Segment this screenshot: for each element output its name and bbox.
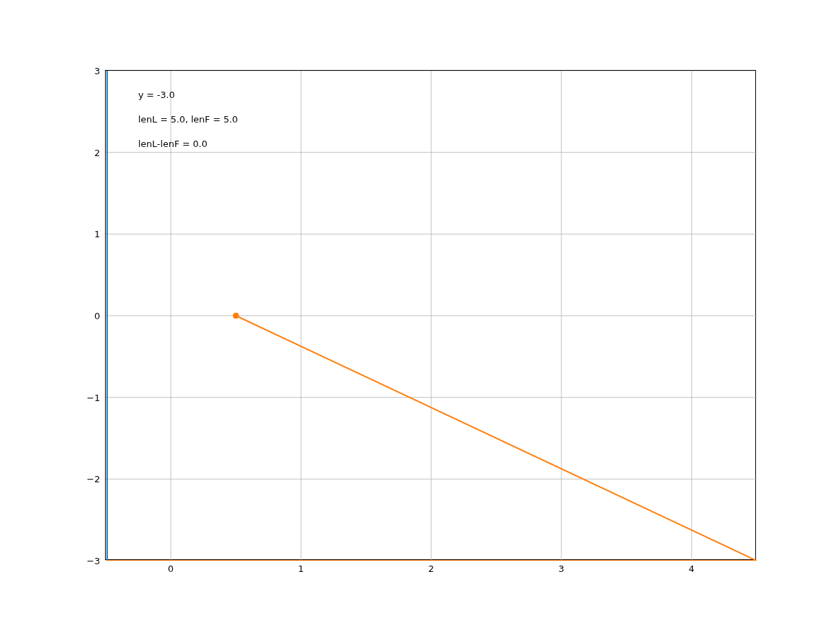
ytick-3: 3	[94, 66, 100, 76]
ytick-2: 2	[94, 147, 100, 158]
figure: 0 1 2 3 4 −3 −2 −1 0 1 2 3 y = -3.0 lenL…	[0, 0, 840, 630]
ytick-m2: −2	[87, 474, 100, 484]
series-orange-marker	[233, 313, 239, 318]
annotation-y: y = -3.0	[139, 90, 175, 100]
xtick-4: 4	[689, 564, 694, 574]
xtick-2: 2	[428, 564, 434, 574]
xtick-0: 0	[168, 564, 174, 574]
ytick-m1: −1	[87, 392, 100, 402]
xtick-3: 3	[559, 564, 564, 574]
ytick-m3: −3	[87, 556, 100, 566]
ytick-0: 0	[94, 311, 100, 321]
annotation-diff: lenL-lenF = 0.0	[139, 139, 208, 149]
annotation-lengths: lenL = 5.0, lenF = 5.0	[139, 114, 238, 125]
axes: 0 1 2 3 4 −3 −2 −1 0 1 2 3 y = -3.0 lenL…	[105, 70, 756, 560]
xtick-1: 1	[298, 564, 304, 574]
ytick-1: 1	[94, 229, 100, 239]
